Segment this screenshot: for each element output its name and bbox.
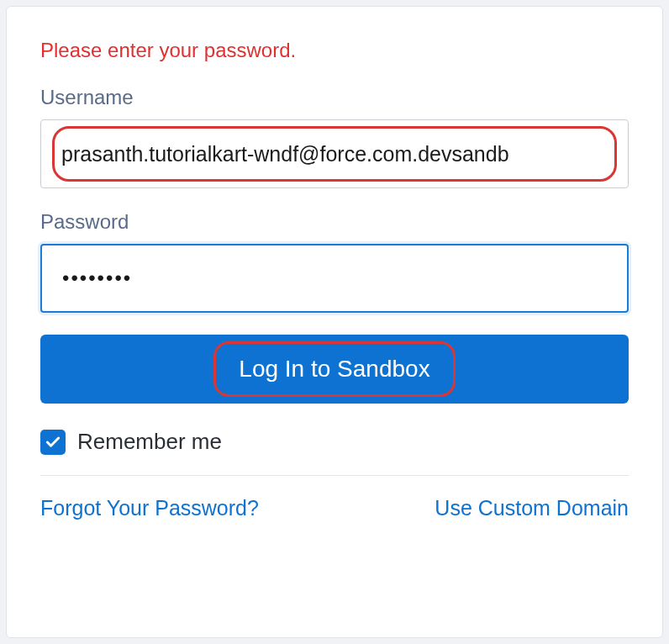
links-row: Forgot Your Password? Use Custom Domain	[40, 496, 629, 520]
password-label: Password	[40, 210, 629, 234]
username-input[interactable]	[40, 119, 629, 188]
error-message: Please enter your password.	[40, 39, 629, 62]
password-input[interactable]	[40, 244, 629, 313]
remember-me-label: Remember me	[77, 429, 222, 455]
login-button-wrap: Log In to Sandbox	[40, 335, 629, 404]
remember-me-row[interactable]: Remember me	[40, 424, 629, 476]
custom-domain-link[interactable]: Use Custom Domain	[435, 496, 629, 520]
remember-me-checkbox[interactable]	[40, 430, 66, 455]
username-field-wrap	[40, 119, 629, 188]
login-button[interactable]: Log In to Sandbox	[40, 335, 629, 404]
login-card: Please enter your password. Username Pas…	[6, 6, 663, 638]
forgot-password-link[interactable]: Forgot Your Password?	[40, 496, 259, 520]
username-label: Username	[40, 86, 629, 109]
password-field-wrap	[40, 244, 629, 313]
check-icon	[45, 434, 61, 451]
